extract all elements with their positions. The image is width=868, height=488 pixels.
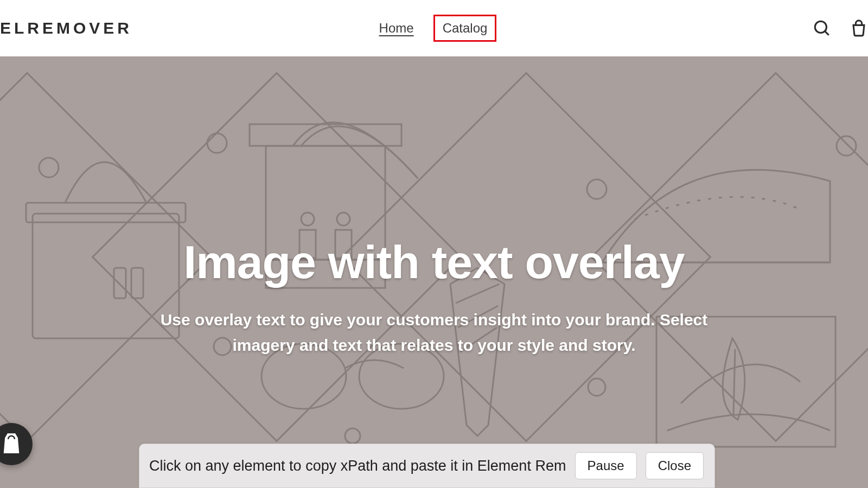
search-icon[interactable] [813, 19, 831, 37]
element-remover-toolbar: Click on any element to copy xPath and p… [139, 444, 715, 488]
toolbar-message: Click on any element to copy xPath and p… [149, 458, 566, 474]
shopify-bag-icon [1, 431, 22, 457]
nav-catalog[interactable]: Catalog [433, 15, 497, 42]
svg-point-6 [39, 158, 59, 177]
svg-rect-14 [26, 203, 186, 222]
hero-title: Image with text overlay [33, 235, 835, 289]
header-action-icons [813, 0, 868, 56]
svg-point-22 [301, 213, 314, 226]
svg-point-0 [815, 21, 826, 33]
site-logo[interactable]: ELREMOVER [0, 0, 132, 56]
site-header: ELREMOVER Home Catalog [0, 0, 868, 56]
svg-point-11 [837, 136, 856, 156]
svg-point-7 [207, 133, 227, 153]
svg-point-12 [345, 428, 360, 444]
pause-button[interactable]: Pause [575, 452, 637, 479]
nav-home[interactable]: Home [372, 16, 422, 41]
svg-line-30 [733, 349, 735, 414]
svg-line-1 [825, 31, 829, 35]
primary-nav: Home Catalog [372, 15, 497, 42]
hero-copy: Image with text overlay Use overlay text… [0, 235, 868, 358]
close-button[interactable]: Close [646, 452, 704, 479]
svg-point-23 [337, 213, 350, 226]
cart-icon[interactable] [850, 19, 868, 37]
hero-banner: Image with text overlay Use overlay text… [0, 56, 868, 488]
svg-point-10 [588, 378, 605, 396]
hero-subtitle: Use overlay text to give your customers … [136, 307, 732, 358]
svg-point-9 [587, 179, 607, 199]
